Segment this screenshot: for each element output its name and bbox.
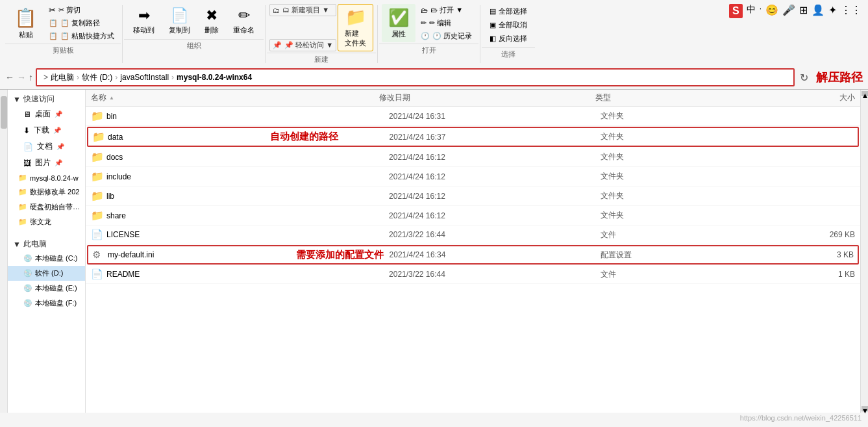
easy-access-button[interactable]: 📌 📌 轻松访问 ▼ — [269, 39, 336, 51]
scroll-down-btn[interactable]: ▼ — [862, 406, 868, 411]
copy-to-label: 复制到 — [169, 25, 190, 35]
sidebar-item-documents[interactable]: 📄 文档 📌 — [8, 138, 85, 155]
copy-path-label: 📋 复制路径 — [60, 18, 100, 28]
up-button[interactable]: ↑ — [29, 72, 33, 83]
open-label: 打开 — [379, 44, 478, 57]
open-label: 🗁 打开 ▼ — [430, 5, 463, 15]
file-row-mydefault[interactable]: ⚙ my-default.ini 2021/4/24 16:34 配置设置 3 … — [87, 245, 859, 265]
move-to-label: 移动到 — [133, 25, 155, 35]
file-row-data[interactable]: 📁 data 2021/4/24 16:37 文件夹 自动创建的路径 — [87, 127, 859, 147]
edit-button[interactable]: ✏ ✏ 编辑 — [417, 17, 476, 29]
scroll-up-btn[interactable]: ▲ — [862, 91, 868, 96]
select-label: 选择 — [482, 47, 535, 60]
drive-e-label: 本地磁盘 (E:) — [35, 283, 77, 293]
sidebar-item-pictures[interactable]: 🖼 图片 📌 — [8, 155, 85, 171]
docs-folder-icon: 📁 — [91, 151, 106, 163]
new-group: 🗂 🗂 新建项目 ▼ 📌 📌 轻松访问 ▼ 📁 新建文件 — [267, 3, 376, 66]
drive-d-label: 软件 (D:) — [35, 268, 63, 278]
pictures-icon: 🖼 — [23, 159, 31, 168]
history-icon: 🕐 — [421, 32, 430, 40]
sidebar-drive-f[interactable]: 💿 本地磁盘 (F:) — [8, 296, 85, 311]
properties-icon: ✅ — [388, 8, 409, 28]
file-row-include[interactable]: 📁 include 2021/4/24 16:12 文件夹 — [86, 167, 860, 187]
mysql-label: mysql-8.0.24-w — [30, 174, 79, 182]
back-button[interactable]: ← — [5, 72, 14, 83]
file-row-docs[interactable]: 📁 docs 2021/4/24 16:12 文件夹 — [86, 148, 860, 167]
right-scroll[interactable]: ▲ ▼ — [860, 90, 868, 413]
select-all-button[interactable]: ▤ 全部选择 — [486, 5, 531, 18]
paste-button[interactable]: 📋 粘贴 — [8, 4, 43, 42]
sidebar-drive-e[interactable]: 💿 本地磁盘 (E:) — [8, 281, 85, 296]
invert-label: 反向选择 — [499, 34, 527, 44]
zwl-label: 张文龙 — [30, 217, 51, 227]
drive-f-label: 本地磁盘 (F:) — [35, 298, 77, 308]
address-path[interactable]: > 此电脑 › 软件 (D:) › javaSoftInstall › mysq… — [36, 68, 795, 86]
col-date-header[interactable]: 修改日期 — [379, 92, 595, 103]
invert-select-button[interactable]: ◧ 反向选择 — [486, 32, 531, 45]
file-row-readme[interactable]: 📄 README 2021/3/22 16:44 文件 1 KB — [86, 265, 860, 284]
file-row-license[interactable]: 📄 LICENSE 2021/3/22 16:44 文件 269 KB — [86, 226, 860, 244]
forward-button[interactable]: → — [17, 72, 26, 83]
quick-access-arrow[interactable]: ▼ — [13, 95, 21, 104]
col-size-header[interactable]: 大小 — [739, 92, 855, 103]
sidebar-drive-d[interactable]: 💿 软件 (D:) — [8, 266, 85, 281]
bin-name: bin — [106, 112, 389, 121]
brand-dot: · — [760, 4, 762, 13]
clipboard-group: 📋 粘贴 ✂ ✂ 剪切 📋 — [5, 3, 121, 66]
easy-access-icon: 📌 — [273, 41, 282, 49]
sidebar-item-data-modify[interactable]: 📁 数据修改单 202 — [8, 185, 85, 200]
downloads-icon: ⬇ — [23, 126, 30, 135]
pin-icon-pics: 📌 — [55, 159, 62, 166]
col-type-header[interactable]: 类型 — [595, 92, 739, 103]
sidebar-item-desktop[interactable]: 🖥 桌面 📌 — [8, 106, 85, 122]
rename-button[interactable]: ✏ 重命名 — [227, 4, 261, 38]
left-scroll[interactable] — [0, 90, 8, 413]
readme-size: 1 KB — [742, 270, 855, 279]
history-button[interactable]: 🕐 🕐 历史记录 — [417, 30, 476, 42]
file-row-share[interactable]: 📁 share 2021/4/24 16:12 文件夹 — [86, 206, 860, 226]
new-folder-icon: 📁 — [345, 7, 366, 27]
sidebar-item-zhangwenlong[interactable]: 📁 张文龙 — [8, 214, 85, 229]
new-item-button[interactable]: 🗂 🗂 新建项目 ▼ — [269, 4, 336, 16]
refresh-button[interactable]: ↻ — [800, 71, 808, 84]
share-type: 文件夹 — [601, 210, 742, 221]
share-name: share — [106, 211, 389, 220]
cut-button[interactable]: ✂ ✂ 剪切 — [45, 4, 118, 16]
path-d-drive: 软件 (D:) — [82, 72, 112, 83]
paste-label: 粘贴 — [19, 30, 33, 40]
mydefault-annotation: 需要添加的配置文件 — [296, 249, 384, 261]
properties-button[interactable]: ✅ 属性 — [382, 4, 415, 42]
path-mysql: mysql-8.0.24-winx64 — [177, 73, 252, 82]
readme-name: README — [106, 270, 389, 279]
readme-date: 2021/3/22 16:44 — [389, 270, 601, 279]
new-folder-button[interactable]: 📁 新建文件夹 — [338, 4, 373, 51]
sidebar-drive-c[interactable]: 💿 本地磁盘 (C:) — [8, 251, 85, 266]
open-icon: 🗁 — [421, 6, 428, 14]
pictures-label: 图片 — [35, 157, 51, 168]
paste-shortcut-button[interactable]: 📋 📋 粘贴快捷方式 — [45, 30, 118, 42]
paste-shortcut-label: 📋 粘贴快捷方式 — [60, 31, 114, 41]
open-button[interactable]: 🗁 🗁 打开 ▼ — [417, 4, 476, 16]
copy-path-button[interactable]: 📋 📋 复制路径 — [45, 17, 118, 29]
new-label: 新建 — [267, 53, 376, 66]
include-date: 2021/4/24 16:12 — [389, 172, 601, 181]
col-name-header[interactable]: 名称 ▲ — [91, 92, 379, 103]
column-headers: 名称 ▲ 修改日期 类型 大小 — [86, 90, 860, 107]
move-to-button[interactable]: ➡ 移动到 — [127, 4, 161, 38]
new-item-label: 🗂 新建项目 ▼ — [282, 5, 329, 15]
sidebar-item-downloads[interactable]: ⬇ 下载 📌 — [8, 122, 85, 138]
easy-access-label: 📌 轻松访问 ▼ — [284, 40, 333, 50]
license-name: LICENSE — [106, 230, 389, 239]
delete-button[interactable]: ✖ 删除 — [198, 4, 225, 38]
grid-icon: ⊞ — [799, 4, 808, 16]
left-scroll-thumb[interactable] — [1, 96, 7, 129]
file-row-bin[interactable]: 📁 bin 2021/4/24 16:31 文件夹 — [86, 107, 860, 126]
copy-to-button[interactable]: 📄 复制到 — [162, 4, 197, 38]
address-bar-row: ← → ↑ > 此电脑 › 软件 (D:) › javaSoftInstall … — [0, 66, 868, 89]
sidebar-item-hdd[interactable]: 📁 硬盘初始自带文( — [8, 200, 85, 214]
sidebar-item-mysql[interactable]: 📁 mysql-8.0.24-w — [8, 171, 85, 185]
deselect-all-button[interactable]: ▣ 全部取消 — [486, 19, 531, 31]
file-row-lib[interactable]: 📁 lib 2021/4/24 16:12 文件夹 — [86, 187, 860, 206]
this-pc-arrow[interactable]: ▼ — [13, 240, 21, 249]
zwl-icon: 📁 — [18, 218, 27, 226]
